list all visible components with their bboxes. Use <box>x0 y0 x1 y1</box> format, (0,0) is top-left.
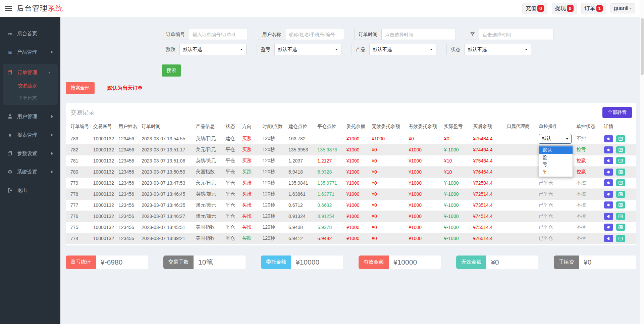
updown-select[interactable]: 默认不选 <box>179 44 247 55</box>
cell-order-id: 782 <box>66 144 92 155</box>
sidebar-item-reports[interactable]: ¥ 报表管理 <box>0 128 60 142</box>
topbar: 后台管理系统 充值 0 提现 0 订单 1 guanli <box>0 0 644 17</box>
detail-button[interactable] <box>616 201 625 209</box>
detail-button[interactable] <box>616 191 625 198</box>
voice-button[interactable] <box>604 146 613 153</box>
detail-button[interactable] <box>616 146 625 153</box>
user-menu[interactable]: guanli <box>610 3 635 13</box>
cell-control-op: 已平仓 <box>537 211 575 222</box>
detail-button[interactable] <box>616 224 625 231</box>
cell-entrust-balance: ¥1000 <box>345 178 371 189</box>
cell-control-op: 默认 默认盈亏平 <box>537 133 575 144</box>
app-title: 后台管理系统 <box>17 3 63 13</box>
cell-valid-entrust: ¥1000 <box>407 155 443 167</box>
sidebar-item-products[interactable]: B 产品管理 <box>0 45 60 59</box>
sidebar-item-logout[interactable]: 退出 <box>0 184 60 197</box>
voice-button[interactable] <box>604 169 613 176</box>
control-closed-text: 已平仓 <box>539 202 553 207</box>
status-select[interactable]: 默认不选 <box>464 44 531 55</box>
voice-button[interactable] <box>604 157 613 164</box>
sidebar-item-system[interactable]: ⚙ 系统设置 <box>0 165 60 179</box>
dropdown-option[interactable]: 盈 <box>539 154 573 161</box>
voice-button[interactable] <box>604 224 613 231</box>
column-header: 方向 <box>241 122 261 133</box>
cell-valid-entrust: ¥1000 <box>407 233 443 244</box>
speaker-icon <box>606 225 611 230</box>
cell-valid-entrust: ¥0 <box>407 133 443 144</box>
user-name-input[interactable] <box>285 29 344 40</box>
detail-button[interactable] <box>616 135 625 142</box>
voice-button[interactable] <box>604 201 613 209</box>
detail-button[interactable] <box>616 213 625 220</box>
dropdown-option[interactable]: 默认 <box>539 146 573 154</box>
dropdown-option[interactable]: 平 <box>539 169 573 176</box>
cell-open-point: 135.9953 <box>287 144 316 155</box>
orders-button[interactable]: 订单 1 <box>581 3 606 14</box>
voice-button[interactable] <box>604 179 613 186</box>
sidebar-subitem-trade-flow[interactable]: 交易流水 <box>3 80 58 92</box>
cell-close-point: 0.91254 <box>316 211 345 222</box>
withdraw-button[interactable]: 提现 0 <box>552 3 577 14</box>
sidebar-item-params[interactable]: 参数设置 <box>0 147 60 160</box>
voice-button[interactable] <box>604 235 613 242</box>
control-closed-text: 已平仓 <box>539 224 553 230</box>
cell-control-state: 控亏 <box>575 144 603 155</box>
cell-direction: 买涨 <box>241 155 261 167</box>
cell-actual-profit: ¥-1000 <box>443 178 472 189</box>
table-body: 783 10000132 123456 2023-03-07 13:54:55 … <box>66 133 636 244</box>
cell-duration: 120秒 <box>261 200 287 211</box>
cell-direction: 买涨 <box>241 211 261 222</box>
detail-button[interactable] <box>616 157 625 164</box>
cell-order-id: 778 <box>66 189 92 200</box>
sidebar-subitem-close-log[interactable]: 平仓日志 <box>3 92 58 104</box>
column-header: 平仓点位 <box>316 122 345 133</box>
cell-username: 123456 <box>117 222 140 233</box>
detail-button[interactable] <box>616 235 625 242</box>
profit-select-value: 默认不选 <box>278 47 297 53</box>
cell-agent <box>505 222 537 233</box>
sidebar-item-home[interactable]: 后台首页 <box>0 27 60 40</box>
cell-status: 建仓 <box>224 133 241 144</box>
profit-select[interactable]: 默认不选 <box>274 44 341 55</box>
sidebar-item-orders[interactable]: 订单管理 <box>3 66 58 79</box>
sidebar-item-label: 后台首页 <box>17 31 37 37</box>
voice-button[interactable] <box>604 191 613 198</box>
dashboard-icon <box>7 31 13 36</box>
cell-direction: 买跌 <box>241 167 261 178</box>
recharge-button[interactable]: 充值 0 <box>522 3 547 14</box>
detail-button[interactable] <box>616 169 625 176</box>
menu-toggle-icon[interactable] <box>5 5 12 12</box>
logout-icon <box>7 188 13 193</box>
time-start-input[interactable] <box>381 29 456 40</box>
withdraw-label: 提现 <box>555 5 566 12</box>
cell-balance-after: ¥74464.4 <box>472 144 505 155</box>
cell-account: 10000132 <box>92 155 117 167</box>
time-end-input[interactable] <box>479 29 553 40</box>
product-select[interactable]: 默认不选 <box>369 44 436 55</box>
order-id-input[interactable] <box>189 29 248 40</box>
voice-button[interactable] <box>604 135 613 142</box>
column-header: 有效委托余额 <box>407 122 443 133</box>
chevron-down-icon <box>566 138 569 141</box>
cell-order-id: 775 <box>66 222 92 233</box>
cell-actual-profit: ¥-1000 <box>443 189 472 200</box>
cell-order-id: 774 <box>66 233 92 244</box>
detail-button[interactable] <box>616 179 625 186</box>
mute-all-button[interactable]: 全部静音 <box>602 107 632 118</box>
single-control-select-value: 默认 <box>542 136 551 142</box>
cell-duration: 120秒 <box>261 233 287 244</box>
search-button[interactable]: 搜索 <box>162 64 181 77</box>
cell-entrust-balance: ¥1000 <box>345 133 371 144</box>
cell-detail <box>603 167 636 178</box>
cell-control-state: 不控 <box>575 200 603 211</box>
scrollbar-thumb[interactable] <box>641 18 644 75</box>
scrollbar[interactable] <box>640 0 644 324</box>
search-all-button[interactable]: 搜索全部 <box>66 82 95 94</box>
cell-valid-entrust: ¥1000 <box>407 189 443 200</box>
cell-account: 10000132 <box>92 200 117 211</box>
dropdown-option[interactable]: 亏 <box>539 161 573 169</box>
cell-order-time: 2023-03-07 13:50:59 <box>140 167 195 178</box>
voice-button[interactable] <box>604 213 613 220</box>
sidebar-item-users[interactable]: 用户管理 <box>0 110 60 123</box>
single-control-select[interactable]: 默认 默认盈亏平 <box>539 134 572 144</box>
